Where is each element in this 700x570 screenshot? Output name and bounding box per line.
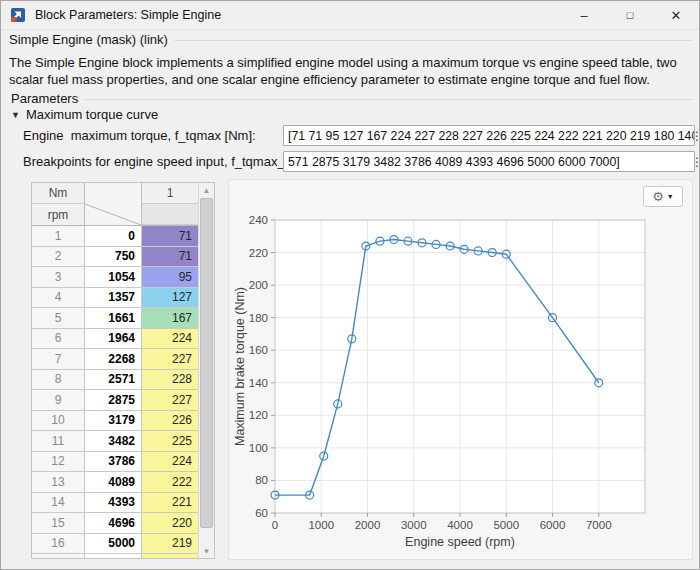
scrollbar-thumb[interactable] <box>200 198 213 528</box>
breakpoint-cell[interactable]: 6000 <box>85 554 142 559</box>
breakpoint-cell[interactable]: 4696 <box>85 513 142 534</box>
close-button[interactable]: ✕ <box>653 1 699 29</box>
x-tick-label: 4000 <box>447 519 473 531</box>
table-row: 51661167 <box>32 308 198 329</box>
breakpoint-cell[interactable]: 3786 <box>85 452 142 473</box>
torque-value-cell[interactable]: 224 <box>142 452 198 473</box>
breakpoint-cell[interactable]: 1661 <box>85 308 142 329</box>
row-index-cell[interactable]: 2 <box>32 247 85 268</box>
torque-value-cell[interactable]: 222 <box>142 472 198 493</box>
row-index-cell[interactable]: 7 <box>32 349 85 370</box>
tqmax-more-icon[interactable]: ⋮ <box>691 127 700 145</box>
row-index-cell[interactable]: 16 <box>32 534 85 555</box>
scroll-down-icon[interactable]: ▼ <box>199 544 214 558</box>
table-row: 144393221 <box>32 493 198 514</box>
torque-value-cell[interactable]: 219 <box>142 534 198 555</box>
row-index-cell[interactable]: 4 <box>32 288 85 309</box>
torque-value-cell[interactable]: 180 <box>142 554 198 559</box>
table-scrollbar[interactable]: ▲ ▼ <box>198 183 214 558</box>
table-row: 103179226 <box>32 411 198 432</box>
mask-description: The Simple Engine block implements a sim… <box>9 55 697 88</box>
row-index-cell[interactable]: 8 <box>32 370 85 391</box>
unit-rpm-header: rpm <box>32 204 85 225</box>
torque-value-cell[interactable]: 226 <box>142 411 198 432</box>
breakpoint-cell[interactable]: 1964 <box>85 329 142 350</box>
torque-value-cell[interactable]: 225 <box>142 431 198 452</box>
torque-curve-chart: 0100020003000400050006000700060801001201… <box>229 180 692 559</box>
mask-heading: Simple Engine (mask) (link) <box>9 32 168 47</box>
diagonal-line <box>85 183 141 225</box>
y-tick-label: 220 <box>249 247 268 259</box>
maximize-button[interactable]: □ <box>607 1 653 29</box>
row-index-cell[interactable]: 17 <box>32 554 85 559</box>
chevron-down-icon: ▼ <box>667 193 674 200</box>
torque-value-cell[interactable]: 227 <box>142 390 198 411</box>
table-row: 61964224 <box>32 329 198 350</box>
table-row: 82571228 <box>32 370 198 391</box>
breakpoints-input[interactable]: 571 2875 3179 3482 3786 4089 4393 4696 5… <box>283 151 695 172</box>
torque-value-cell[interactable]: 71 <box>142 226 198 247</box>
torque-value-cell[interactable]: 221 <box>142 493 198 514</box>
row-index-cell[interactable]: 1 <box>32 226 85 247</box>
torque-value-cell[interactable]: 224 <box>142 329 198 350</box>
tqmax-input[interactable]: [71 71 95 127 167 224 227 228 227 226 22… <box>283 125 695 146</box>
table-row: 41357127 <box>32 288 198 309</box>
x-axis-label: Engine speed (rpm) <box>405 535 515 549</box>
x-tick-label: 5000 <box>493 519 519 531</box>
row-index-cell[interactable]: 11 <box>32 431 85 452</box>
torque-value-cell[interactable]: 71 <box>142 247 198 268</box>
row-index-cell[interactable]: 14 <box>32 493 85 514</box>
x-tick-label: 6000 <box>540 519 566 531</box>
x-tick-label: 0 <box>272 519 278 531</box>
collapse-arrow-icon[interactable]: ▼ <box>11 110 20 120</box>
title-bar: Block Parameters: Simple Engine – □ ✕ <box>1 1 699 30</box>
minimize-button[interactable]: – <box>561 1 607 29</box>
breakpoint-cell[interactable]: 3179 <box>85 411 142 432</box>
diagonal-header-cell <box>85 183 142 225</box>
breakpoint-cell[interactable]: 4393 <box>85 493 142 514</box>
breakpoint-cell[interactable]: 1054 <box>85 267 142 288</box>
y-tick-label: 240 <box>249 214 268 226</box>
row-index-cell[interactable]: 5 <box>32 308 85 329</box>
table-row: 92875227 <box>32 390 198 411</box>
table-row: 123786224 <box>32 452 198 473</box>
y-tick-label: 120 <box>249 409 268 421</box>
row-index-cell[interactable]: 15 <box>32 513 85 534</box>
torque-value-cell[interactable]: 95 <box>142 267 198 288</box>
row-index-cell[interactable]: 12 <box>32 452 85 473</box>
y-tick-label: 60 <box>255 507 268 519</box>
parameters-rule <box>84 99 693 100</box>
table-row: 176000180 <box>32 554 198 559</box>
breakpoint-cell[interactable]: 2875 <box>85 390 142 411</box>
value-column-subheader <box>142 204 198 225</box>
simulink-block-icon <box>10 7 26 23</box>
breakpoint-cell[interactable]: 2268 <box>85 349 142 370</box>
torque-value-cell[interactable]: 220 <box>142 513 198 534</box>
scroll-up-icon[interactable]: ▲ <box>199 183 214 197</box>
y-tick-label: 80 <box>255 474 268 486</box>
row-index-cell[interactable]: 9 <box>32 390 85 411</box>
breakpoint-cell[interactable]: 2571 <box>85 370 142 391</box>
row-index-cell[interactable]: 10 <box>32 411 85 432</box>
breakpoint-cell[interactable]: 0 <box>85 226 142 247</box>
torque-value-cell[interactable]: 167 <box>142 308 198 329</box>
x-tick-label: 3000 <box>401 519 427 531</box>
breakpoints-more-icon[interactable]: ⋮ <box>691 153 700 171</box>
torque-curve-chart-panel: ⚙ ▼ 010002000300040005000600070006080100… <box>228 179 693 560</box>
breakpoint-cell[interactable]: 4089 <box>85 472 142 493</box>
row-index-cell[interactable]: 13 <box>32 472 85 493</box>
torque-curve-group-toggle[interactable]: ▼ Maximum torque curve <box>11 107 158 122</box>
torque-value-cell[interactable]: 228 <box>142 370 198 391</box>
row-index-cell[interactable]: 3 <box>32 267 85 288</box>
x-tick-label: 7000 <box>586 519 612 531</box>
breakpoint-cell[interactable]: 3482 <box>85 431 142 452</box>
y-tick-label: 160 <box>249 344 268 356</box>
torque-value-cell[interactable]: 127 <box>142 288 198 309</box>
breakpoint-cell[interactable]: 1357 <box>85 288 142 309</box>
mask-heading-row: Simple Engine (mask) (link) <box>9 32 693 47</box>
breakpoint-cell[interactable]: 5000 <box>85 534 142 555</box>
chart-settings-button[interactable]: ⚙ ▼ <box>643 186 683 207</box>
torque-value-cell[interactable]: 227 <box>142 349 198 370</box>
row-index-cell[interactable]: 6 <box>32 329 85 350</box>
breakpoint-cell[interactable]: 750 <box>85 247 142 268</box>
